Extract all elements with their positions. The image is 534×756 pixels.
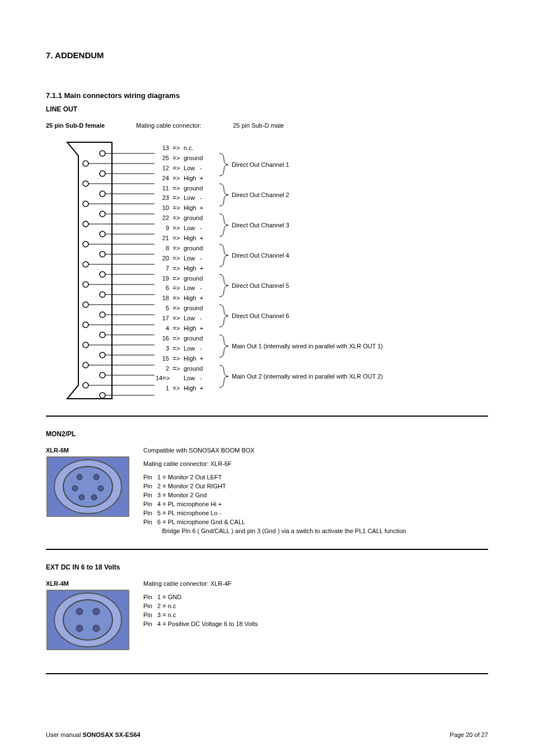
pin-signal: ground [184,274,219,284]
pin-signal: Low - [184,314,219,324]
pin-number: 4 [156,324,169,334]
svg-point-54 [93,474,99,480]
svg-point-0 [100,151,105,156]
channel-label: Main Out 2 (internally wired in parallel… [232,373,383,380]
page-footer: User manual SONOSAX SX-ES64 Page 20 of 2… [46,731,488,738]
pin-number: 17 [156,314,169,324]
pin-signal: High + [184,324,219,334]
mon2-title: MON2/PL [46,430,488,438]
pin-row: 19=>ground [156,274,219,284]
svg-point-19 [83,282,88,287]
dc-conn-name: XLR-4M [46,580,488,587]
pin-number: 20 [156,254,169,264]
mon2-compat: Compatible with SONOSAX BOOM BOX [143,446,406,455]
pin-signal: Low - [184,254,219,264]
arrow-icon: => [169,234,184,244]
arrow-icon: => [169,184,184,194]
pin-number: 6 [156,283,169,293]
pin-signal: Low - [184,374,219,384]
pin-number: 7 [156,264,169,274]
mon2-mating: Mating cable connector: XLR-6F [143,459,406,468]
pin-signal: High + [184,174,219,184]
pin-row: 14=>Low - [156,374,219,384]
svg-point-55 [72,486,78,491]
svg-point-15 [83,201,88,207]
svg-point-57 [79,494,85,500]
pin-row: 17=>Low - [156,314,219,324]
arrow-icon: => [169,354,184,364]
lineout-conn-value: 25 pin Sub-D male [233,122,284,129]
svg-point-14 [83,181,88,186]
arrow-icon: => [169,334,184,344]
svg-point-12 [100,393,105,398]
divider [46,416,488,417]
xlr6m-connector-icon [46,456,130,517]
arrow-icon: => [169,364,184,374]
svg-point-1 [100,171,105,176]
dc-mating: Mating cable connector: XLR-4F [143,579,258,588]
pin-number: 12 [156,164,169,174]
arrow-icon: => [169,304,184,314]
pin-signal: Low - [184,164,219,174]
svg-point-64 [76,625,83,632]
pin-line: Pin 1 = GND [143,592,258,601]
pin-row: 23=>Low - [156,193,219,203]
pin-signal: High + [184,264,219,274]
footer-left-pre: User manual [46,731,82,738]
pin-row: 13=>n.c. [156,143,219,153]
pin-number: 15 [156,354,169,364]
pin-signal: Low - [184,344,219,354]
pin-row: 7=>High + [156,264,219,274]
pin-signal: High + [184,293,219,304]
pin-line: Pin 4 = Positive DC Voltage 6 to 18 Volt… [143,619,258,628]
svg-point-4 [100,231,105,237]
pin-line: Pin 3 = n.c [143,610,258,619]
svg-point-23 [83,362,88,368]
arrow-icon: => [169,213,184,223]
pin-line: Bridge Pin 6 ( Gnd/CALL ) and pin 3 (Gnd… [143,526,406,535]
svg-point-18 [83,262,88,267]
arrow-icon: => [169,164,184,174]
pin-row: 24=>High + [156,174,219,184]
lineout-title: LINE OUT [46,105,488,113]
svg-point-56 [98,486,104,491]
dc-title: EXT DC IN 6 to 18 Volts [46,563,488,571]
arrow-icon: => [169,174,184,184]
pin-line: Pin 4 = PL microphone Hi + [143,500,406,508]
lineout-connector-line: 25 pin Sub-D female Mating cable connect… [46,122,488,129]
pin-number: 14=> [156,374,169,384]
arrow-icon: => [169,274,184,284]
lineout-conn-label: Mating cable connector: [136,122,231,129]
svg-point-6 [100,272,105,277]
channel-label: Direct Out Channel 4 [232,252,289,259]
pin-line: Pin 5 = PL microphone Lo - [143,508,406,517]
svg-point-61 [63,600,113,640]
pin-signal: Low - [184,283,219,293]
pin-signal: High + [184,354,219,364]
mon2-section: MON2/PL XLR-6M Compatible with SONOSAX B… [46,430,488,535]
pin-number: 16 [156,334,169,344]
pin-row: 16=>ground [156,334,219,344]
pin-line: Pin 1 = Monitor 2 Out LEFT [143,473,406,482]
pin-signal: ground [184,304,219,314]
arrow-icon: => [169,293,184,304]
channel-label: Direct Out Channel 2 [232,192,289,198]
svg-point-8 [100,312,105,318]
pin-signal: n.c. [184,143,219,153]
pin-number: 21 [156,234,169,244]
svg-point-16 [83,221,88,227]
pin-number: 10 [156,203,169,213]
pin-row: 10=>High + [156,203,219,213]
pin-number: 3 [156,344,169,354]
svg-point-3 [100,211,105,217]
pin-number: 23 [156,193,169,203]
arrow-icon: => [169,264,184,274]
pin-signal: ground [184,244,219,254]
svg-point-5 [100,251,105,257]
pin-row: 15=>High + [156,354,219,364]
pin-line: Pin 2 = n.c [143,601,258,610]
channel-brackets-icon [218,151,232,403]
svg-point-17 [83,241,88,247]
svg-point-52 [63,466,113,507]
channel-label: Direct Out Channel 1 [232,161,289,168]
